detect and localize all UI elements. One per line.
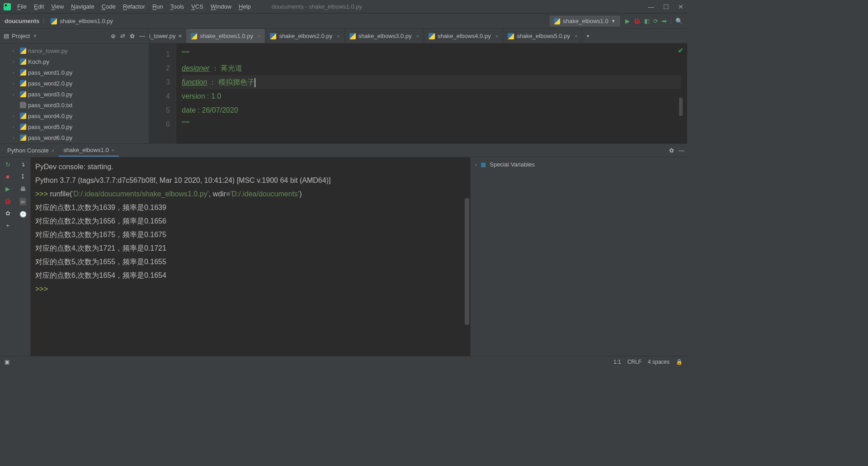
tree-item[interactable]: ›pass_word5.0.py [0, 121, 149, 132]
debug-icon[interactable]: 🐞 [633, 18, 641, 24]
menu-navigate[interactable]: Navigate [68, 1, 97, 12]
tab-label: shake_elbows1.0.py [200, 33, 253, 39]
locate-icon[interactable]: ⊕ [111, 33, 116, 39]
menu-run[interactable]: Run [150, 1, 166, 12]
lock-icon[interactable]: 🔒 [676, 359, 683, 365]
menu-vcs[interactable]: VCS [189, 1, 206, 12]
run-config-label: shake_elbows1.0 [563, 18, 608, 24]
hide-icon[interactable]: — [679, 147, 684, 154]
chevron-right-icon: › [13, 135, 18, 140]
softwrap-icon[interactable]: ↴ [20, 161, 25, 168]
menu-window[interactable]: Window [208, 1, 234, 12]
console-scrollbar[interactable] [465, 198, 469, 325]
chevron-right-icon: › [13, 124, 18, 129]
run-config-selector[interactable]: shake_elbows1.0 ▼ [550, 16, 619, 26]
menu-edit[interactable]: Edit [31, 1, 47, 12]
project-header: ▤ Project ▼ ⊕ ⇄ ✿ — [0, 29, 149, 43]
menu-refactor[interactable]: Refactor [120, 1, 148, 12]
close-icon[interactable]: × [179, 33, 182, 39]
chevron-right-icon[interactable]: › [475, 161, 477, 168]
close-icon[interactable]: × [337, 33, 340, 39]
editor-tab[interactable]: shake_elbows1.0.py× [186, 29, 265, 43]
maximize-icon[interactable]: ☐ [663, 3, 669, 10]
variables-panel[interactable]: › ▦ Special Variables [470, 157, 687, 356]
chevron-down-icon: ▼ [611, 19, 616, 24]
coverage-icon[interactable]: ◧ [644, 18, 650, 24]
close-icon[interactable]: × [52, 148, 54, 153]
chevron-down-icon[interactable]: ▼ [33, 33, 37, 38]
editor-tab[interactable]: shake_elbows2.0.py× [265, 29, 344, 43]
tree-item-label: pass_word4.0.py [28, 113, 72, 119]
tree-item[interactable]: ›pass_word4.0.py [0, 110, 149, 121]
code-editor[interactable]: 123456 """designer ： 蒋光道function ： 模拟掷色子… [149, 43, 687, 143]
status-caret-pos[interactable]: 1:1 [613, 359, 621, 365]
editor-tab[interactable]: shake_elbows4.0.py× [424, 29, 503, 43]
scroll-icon[interactable]: ↧ [20, 173, 25, 180]
menu-view[interactable]: View [48, 1, 66, 12]
tree-item[interactable]: ›pass_word2.0.py [0, 78, 149, 89]
toolbar-divider: | [670, 18, 672, 24]
run-icon[interactable]: ▶ [5, 185, 10, 192]
python-console[interactable]: PyDev console: starting.Python 3.7.7 (ta… [31, 157, 470, 356]
chevron-right-icon: › [13, 48, 18, 53]
debug-icon[interactable]: 🐞 [4, 198, 11, 204]
menu-file[interactable]: File [14, 1, 29, 12]
python-file-icon [20, 48, 26, 54]
project-title[interactable]: Project [12, 33, 30, 39]
tree-item[interactable]: ›Koch.py [0, 56, 149, 67]
tree-item[interactable]: pass_word3.0.txt [0, 100, 149, 110]
bottom-panel: Python Console×shake_elbows1.0× ✿ — ↻ ■ … [0, 143, 687, 356]
close-icon[interactable]: × [112, 147, 114, 153]
settings-icon[interactable]: ✿ [5, 210, 10, 217]
history-icon[interactable]: 🕘 [19, 211, 27, 218]
breadcrumb-root[interactable]: doucuments [5, 18, 39, 24]
tree-item[interactable]: ›pass_word3.0.py [0, 89, 149, 100]
console-left-tools: ↻ ■ ▶ 🐞 ✿ + [0, 157, 15, 356]
menu-code[interactable]: Code [99, 1, 118, 12]
editor-tab[interactable]: shake_elbows5.0.py× [503, 29, 582, 43]
editor-scrollbar[interactable] [681, 43, 687, 143]
breadcrumb-file[interactable]: shake_elbows1.0.py [51, 18, 113, 24]
tab-label: shake_elbows5.0.py [517, 33, 570, 39]
minimize-icon[interactable]: — [648, 3, 654, 10]
close-icon[interactable]: × [258, 33, 260, 39]
menu-help[interactable]: Help [236, 1, 254, 12]
link-icon[interactable]: ∞ [19, 198, 26, 205]
editor-code[interactable]: """designer ： 蒋光道function ： 模拟掷色子version… [176, 43, 687, 143]
editor-tab[interactable]: shake_elbows3.0.py× [345, 29, 424, 43]
hide-icon[interactable]: — [139, 33, 145, 39]
console-left-tools-2: ↴ ↧ 🖶 ∞ 🕘 [15, 157, 31, 356]
python-file-icon [429, 33, 435, 39]
rerun-icon[interactable]: ↻ [5, 161, 10, 168]
search-icon[interactable]: 🔍 [675, 18, 683, 24]
status-line-sep[interactable]: CRLF [627, 359, 642, 365]
run-icon[interactable]: ▶ [625, 18, 630, 24]
menu-tools[interactable]: Tools [168, 1, 187, 12]
profile-icon[interactable]: ⟳ [653, 18, 658, 24]
status-indent[interactable]: 4 spaces [648, 359, 670, 365]
tree-item[interactable]: ›pass_word6.0.py [0, 132, 149, 143]
bottom-tab[interactable]: shake_elbows1.0× [59, 144, 119, 157]
tabs-more[interactable]: ▾ [582, 29, 593, 43]
tool-windows-icon[interactable]: ▣ [5, 359, 9, 365]
python-file-icon [20, 91, 26, 97]
close-icon[interactable]: × [416, 33, 419, 39]
print-icon[interactable]: 🖶 [20, 185, 26, 192]
tree-item[interactable]: ›hanoi_tower.py [0, 45, 149, 56]
svg-rect-1 [5, 5, 7, 6]
tree-item-label: pass_word6.0.py [28, 134, 72, 141]
tree-item-label: pass_word3.0.py [28, 91, 72, 98]
close-icon[interactable]: ✕ [678, 3, 684, 10]
close-icon[interactable]: × [575, 33, 577, 39]
tree-item[interactable]: ›pass_word1.0.py [0, 67, 149, 78]
gear-icon[interactable]: ✿ [669, 147, 674, 154]
add-icon[interactable]: + [6, 222, 9, 229]
stop-icon[interactable]: ■ [6, 173, 9, 180]
attach-icon[interactable]: ➡ [662, 18, 667, 24]
bottom-tab[interactable]: Python Console× [3, 145, 59, 156]
gear-icon[interactable]: ✿ [130, 33, 135, 39]
expand-icon[interactable]: ⇄ [120, 33, 125, 39]
tab-partial[interactable]: i_tower.py × [149, 29, 186, 43]
close-icon[interactable]: × [495, 33, 498, 39]
project-tree[interactable]: ›hanoi_tower.py›Koch.py›pass_word1.0.py›… [0, 43, 149, 143]
